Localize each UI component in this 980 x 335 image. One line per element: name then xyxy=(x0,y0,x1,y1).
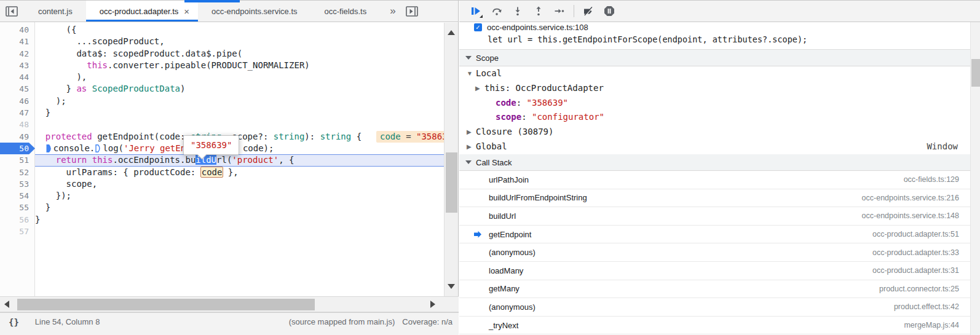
scope-row-closure-30879[interactable]: ▶Closure (30879) xyxy=(459,125,970,140)
step-out-button[interactable] xyxy=(529,1,548,22)
code-text[interactable]: scope, xyxy=(35,178,444,190)
step-into-button[interactable] xyxy=(508,1,527,22)
pause-on-exceptions-button[interactable] xyxy=(600,1,618,22)
deactivate-breakpoints-button[interactable] xyxy=(579,1,598,22)
code-text[interactable]: urlParams: { productCode: code }, xyxy=(35,167,444,178)
editor-vertical-scrollbar[interactable] xyxy=(444,23,458,296)
execution-line-code[interactable]: return this.occEndpoints.buildUrl('produ… xyxy=(35,154,444,166)
pretty-print-button[interactable]: {} xyxy=(9,317,19,327)
code-editor[interactable]: 40 ({41 ...scopedProduct,42 data$: scope… xyxy=(0,22,444,296)
code-text[interactable]: ...scopedProduct, xyxy=(35,36,444,47)
call-stack-frame[interactable]: buildUrlocc-endpoints.service.ts:148 xyxy=(459,207,970,226)
code-token xyxy=(87,84,92,93)
scope-row-code[interactable]: code: "358639" xyxy=(459,96,970,111)
code-text[interactable]: ); xyxy=(35,95,444,107)
collapse-arrow-icon[interactable]: ▶ xyxy=(467,125,476,140)
code-text[interactable] xyxy=(35,119,444,130)
collapse-navigator-button[interactable] xyxy=(0,1,23,22)
line-number[interactable]: 40 xyxy=(0,24,35,36)
line-number[interactable]: 54 xyxy=(0,190,35,202)
line-number[interactable]: 52 xyxy=(0,167,35,178)
code-text[interactable] xyxy=(35,226,444,237)
code-text[interactable]: } xyxy=(35,107,444,119)
code-token: this xyxy=(92,155,113,165)
line-number[interactable]: 45 xyxy=(0,83,35,95)
top-divider xyxy=(0,0,980,1)
code-text[interactable]: } as ScopedProductData) xyxy=(35,83,444,95)
tab-occ-product-adapter[interactable]: occ-product.adapter.ts × xyxy=(86,1,198,22)
call-stack-frame[interactable]: getManyproduct.connector.ts:25 xyxy=(459,280,970,299)
step-over-button[interactable] xyxy=(488,1,506,22)
frame-location: product.connector.ts:25 xyxy=(520,285,970,293)
breakpoint-line-number[interactable]: 50 xyxy=(0,143,35,154)
code-text[interactable]: ), xyxy=(35,71,444,83)
code-token: } xyxy=(35,84,76,93)
breakpoint-checkbox[interactable]: ✓ xyxy=(474,23,482,31)
line-number[interactable]: 48 xyxy=(0,119,35,130)
line-number[interactable]: 53 xyxy=(0,178,35,190)
call-stack-section-header[interactable]: Call Stack xyxy=(459,154,970,171)
call-stack-frame[interactable]: _tryNextmergeMap.js:44 xyxy=(459,317,970,335)
close-tab-icon[interactable]: × xyxy=(184,7,189,16)
chevron-down-icon xyxy=(465,160,472,164)
line-number[interactable]: 46 xyxy=(0,95,35,107)
call-stack-frame[interactable]: urlPathJoinocc-fields.ts:129 xyxy=(459,171,970,189)
line-number[interactable]: 56 xyxy=(0,214,35,226)
expand-arrow-icon[interactable]: ▼ xyxy=(467,66,476,81)
collapse-arrow-icon[interactable]: ▶ xyxy=(475,81,484,96)
tab-occ-endpoints-service[interactable]: occ-endpoints.service.ts xyxy=(198,1,310,22)
code-text[interactable]: console.log('Jerry getEn code); xyxy=(35,143,444,154)
call-stack-frame[interactable]: buildUrlFromEndpointStringocc-endpoints.… xyxy=(459,189,970,208)
call-stack-frame[interactable]: (anonymous)occ-product.adapter.ts:33 xyxy=(459,243,970,262)
code-text[interactable]: } xyxy=(35,202,444,213)
sidebar-scrollbar[interactable] xyxy=(970,22,980,335)
scope-row-global[interactable]: ▶GlobalWindow xyxy=(459,140,970,154)
code-text[interactable]: }); xyxy=(35,190,444,202)
inline-breakpoint-marker-active[interactable] xyxy=(46,143,53,154)
scope-row-local[interactable]: ▼Local xyxy=(459,66,970,81)
arrow-spacer xyxy=(486,96,496,111)
tab-content-js[interactable]: content.js xyxy=(25,1,86,22)
code-text[interactable]: } xyxy=(35,214,444,226)
resume-button[interactable] xyxy=(467,1,485,22)
line-number[interactable]: 55 xyxy=(0,202,35,213)
code-text[interactable]: this.converter.pipeable(PRODUCT_NORMALIZ… xyxy=(35,60,444,71)
call-stack-title: Call Stack xyxy=(476,158,512,167)
scroll-right-arrow-icon[interactable] xyxy=(430,301,435,308)
line-number[interactable]: 41 xyxy=(0,36,35,47)
scope-variable-value: OccProductAdapter xyxy=(516,81,604,96)
scope-row-scope[interactable]: scope: "configurator" xyxy=(459,110,970,125)
more-tabs-button[interactable]: » xyxy=(390,1,395,22)
scroll-down-arrow-icon[interactable] xyxy=(448,284,455,289)
frame-location: occ-fields.ts:129 xyxy=(529,175,970,184)
line-number[interactable]: 51 xyxy=(0,154,35,166)
code-text[interactable]: protected getEndpoint(code: string, scop… xyxy=(35,131,444,143)
call-stack-frame[interactable]: (anonymous)product.effect.ts:42 xyxy=(459,298,970,317)
code-token xyxy=(35,132,45,141)
line-number[interactable]: 49 xyxy=(0,131,35,143)
scope-row-this[interactable]: ▶this: OccProductAdapter xyxy=(459,81,970,96)
line-number[interactable]: 57 xyxy=(0,226,35,237)
line-number[interactable]: 43 xyxy=(0,60,35,71)
scroll-up-arrow-icon[interactable] xyxy=(448,30,455,35)
inline-breakpoint-marker[interactable] xyxy=(95,143,102,154)
code-text[interactable]: ({ xyxy=(35,24,444,36)
collapse-arrow-icon[interactable]: ▶ xyxy=(467,140,476,154)
code-text[interactable]: data$: scopedProduct.data$.pipe( xyxy=(35,48,444,60)
expand-debugger-sidebar-button[interactable] xyxy=(400,1,424,22)
breakpoint-entry[interactable]: ✓ occ-endpoints.service.ts:108 xyxy=(474,22,970,33)
editor-horizontal-scrollbar[interactable] xyxy=(0,296,459,312)
sidebar-scroll-thumb[interactable] xyxy=(971,59,980,87)
scope-section-header[interactable]: Scope xyxy=(459,50,970,66)
line-number[interactable]: 44 xyxy=(0,71,35,83)
tab-occ-fields[interactable]: occ-fields.ts xyxy=(311,1,381,22)
line-number[interactable]: 42 xyxy=(0,48,35,60)
step-button[interactable] xyxy=(550,1,569,22)
horizontal-scroll-thumb[interactable] xyxy=(17,299,315,310)
call-stack-frame[interactable]: loadManyocc-product.adapter.ts:31 xyxy=(459,262,970,280)
resume-icon xyxy=(470,6,481,16)
scroll-left-arrow-icon[interactable] xyxy=(4,301,9,308)
call-stack-frame[interactable]: getEndpointocc-product.adapter.ts:51 xyxy=(459,226,970,244)
vertical-scroll-thumb[interactable] xyxy=(446,152,457,213)
line-number[interactable]: 47 xyxy=(0,107,35,119)
